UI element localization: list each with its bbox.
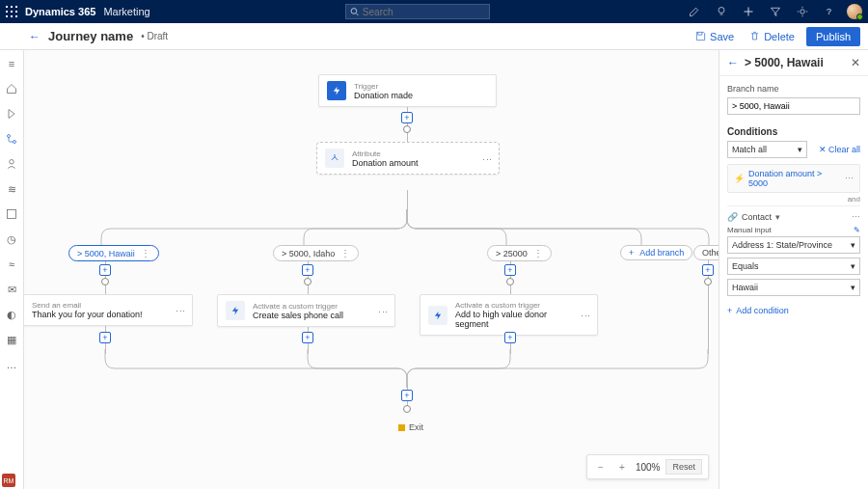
global-search[interactable] [345,4,490,19]
junction-icon [704,278,712,285]
action-value: Thank you for your donation! [32,310,143,319]
branch-pill-hawaii[interactable]: > 5000, Hawaii⋮ [68,245,159,261]
add-step-button[interactable]: + [401,112,413,123]
action-label: Activate a custom trigger [455,301,580,310]
add-step-button[interactable]: + [504,264,516,276]
add-step-button[interactable]: + [401,390,413,401]
junction-icon [304,278,312,285]
field-select[interactable]: Address 1: State/Province▾ [727,236,860,254]
exit-node: Exit [398,422,423,432]
svg-rect-0 [6,6,8,8]
settings-icon[interactable] [793,2,812,21]
value-select[interactable]: Hawaii▾ [727,279,860,296]
match-mode-select[interactable]: Match all▾ [727,141,807,158]
rail-assets-icon[interactable] [4,206,19,222]
action-value: Create sales phone call [253,311,343,320]
lightbulb-icon[interactable] [712,2,731,21]
svg-point-15 [800,10,805,14]
app-launcher-icon[interactable] [6,6,17,17]
back-button[interactable]: ← [29,30,41,43]
operator-value: Equals [732,261,759,271]
chip-menu-icon[interactable]: ⋯ [845,174,854,183]
chevron-down-icon: ▾ [851,283,855,292]
add-condition-button[interactable]: +Add condition [727,300,860,321]
attribute-node[interactable]: AttributeDonation amount ⋮ [316,142,500,175]
zoom-reset-button[interactable]: Reset [665,459,702,475]
rail-journeys-icon[interactable] [4,131,19,147]
send-email-node[interactable]: Send an emailThank you for your donation… [24,294,193,326]
journey-canvas[interactable]: TriggerDonation made + AttributeDonation… [24,50,719,489]
edit-icon[interactable] [685,2,704,21]
filter-icon[interactable] [766,2,785,21]
rail-analytics-icon[interactable]: ≈ [4,257,19,272]
bottom-left-badge: RM [2,474,15,487]
add-step-button[interactable]: + [99,264,111,276]
node-menu-icon[interactable]: ⋮ [376,306,389,315]
clear-all-button[interactable]: ✕Clear all [819,145,860,154]
search-input[interactable] [363,7,485,17]
condition-chip[interactable]: ⚡ Donation amount > 5000 ⋯ [727,164,860,193]
node-menu-icon[interactable]: ⋮ [480,153,493,163]
add-step-button[interactable]: + [702,264,714,276]
group-menu-icon[interactable]: ⋯ [852,212,860,222]
operator-select[interactable]: Equals▾ [727,258,860,275]
custom-trigger-node-1[interactable]: Activate a custom triggerCreate sales ph… [217,294,395,327]
panel-close-button[interactable]: ✕ [851,56,860,69]
delete-label: Delete [764,31,795,42]
add-step-button[interactable]: + [302,332,313,343]
add-step-button[interactable]: + [302,264,313,276]
panel-back-button[interactable]: ← [727,56,739,69]
rail-more-icon[interactable]: … [4,357,19,372]
help-icon[interactable]: ? [820,2,839,21]
custom-trigger-node-2[interactable]: Activate a custom triggerAdd to high val… [420,294,598,336]
svg-rect-7 [11,15,13,17]
action-value: Add to high value donor segment [455,310,580,329]
add-step-button[interactable]: + [504,332,516,343]
edit-icon[interactable]: ✎ [854,226,860,234]
trigger-node[interactable]: TriggerDonation made [318,74,497,107]
pill-menu-icon[interactable]: ⋮ [340,248,350,258]
properties-panel: ← > 5000, Hawaii ✕ Branch name Condition… [719,50,868,489]
branch-pill-25000[interactable]: > 25000⋮ [487,245,552,261]
rail-play-icon[interactable] [4,106,19,122]
add-condition-label: Add condition [736,306,789,315]
exit-label: Exit [409,422,423,432]
save-button[interactable]: Save [692,31,738,42]
svg-text:?: ? [827,7,831,16]
user-avatar[interactable] [847,4,862,19]
junction-icon [101,278,109,285]
zoom-level: 100% [636,462,661,473]
rail-email-icon[interactable]: ✉ [4,282,19,297]
add-branch-button[interactable]: +Add branch [620,245,692,260]
rail-menu-icon[interactable]: ≡ [4,56,19,71]
branch-pill-other[interactable]: Other [693,245,719,260]
add-icon[interactable] [739,2,758,21]
rail-calendar-icon[interactable]: ▦ [4,332,19,347]
zoom-in-button[interactable]: + [614,459,630,475]
svg-rect-5 [15,11,17,13]
branch-label: > 5000, Hawaii [77,249,135,258]
node-menu-icon[interactable]: ⋮ [579,311,591,320]
branch-name-input[interactable] [727,97,860,115]
add-step-button[interactable]: + [99,332,111,343]
node-menu-icon[interactable]: ⋮ [174,306,186,315]
pill-menu-icon[interactable]: ⋮ [141,248,150,258]
rail-forms-icon[interactable]: ◐ [4,307,19,322]
delete-button[interactable]: Delete [746,31,799,42]
chevron-down-icon: ▾ [798,145,802,154]
rail-segments-icon[interactable]: ≋ [4,181,19,197]
branch-icon [325,149,344,168]
left-nav-rail: ≡ ≋ ◷ ≈ ✉ ◐ ▦ … [0,50,24,489]
rail-contacts-icon[interactable] [4,156,19,172]
pill-menu-icon[interactable]: ⋮ [533,248,543,258]
branch-pill-idaho[interactable]: > 5000, Idaho⋮ [273,245,359,261]
rail-campaigns-icon[interactable]: ◷ [4,231,19,247]
bolt-icon [327,81,346,100]
rail-home-icon[interactable] [4,81,19,96]
bolt-icon [226,301,245,320]
publish-button[interactable]: Publish [806,27,860,46]
conditions-heading: Conditions [727,126,860,137]
trigger-value: Donation made [354,91,413,100]
zoom-out-button[interactable]: − [593,459,609,475]
contact-group-header[interactable]: 🔗 Contact ▾ [727,212,780,222]
